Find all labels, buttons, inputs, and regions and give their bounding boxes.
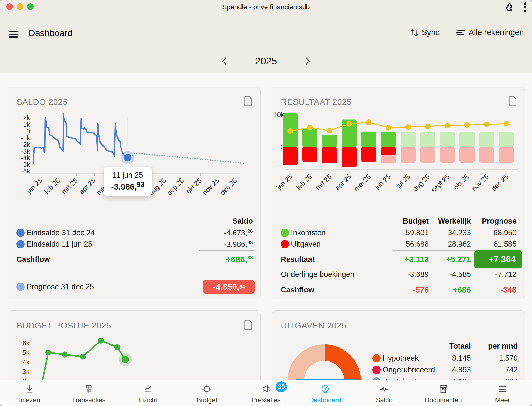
legend-value: 1.570 [272, 354, 518, 363]
svg-text:-2k: -2k [21, 141, 30, 148]
cashflow-label: Cashflow [16, 255, 50, 264]
archive-icon [438, 384, 449, 394]
svg-text:sept 25: sept 25 [430, 173, 451, 194]
svg-text:nov 25: nov 25 [470, 173, 490, 192]
svg-text:jan 25: jan 25 [25, 177, 44, 195]
nav-item-prestaties[interactable]: Prestaties30 [236, 380, 296, 406]
menu-icon [497, 384, 508, 394]
svg-text:2k: 2k [23, 114, 30, 122]
signpost-icon [83, 384, 94, 394]
uitgaven-card: UITGAVEN 2025 Totaalper mndHypotheek8.14… [272, 310, 525, 380]
target-icon [202, 384, 212, 394]
menu-hamburger-icon[interactable] [9, 30, 18, 38]
cashflow-value: +686,33 [226, 255, 253, 264]
svg-text:1k: 1k [23, 121, 30, 128]
svg-text:6k: 6k [22, 339, 30, 347]
resultaat-bar-chart: 10k0jan 25feb 25mrt 25apr 25mei 25jun 25… [272, 104, 525, 196]
budget-positie-line-chart: 6k5k4k3k2k [8, 328, 261, 380]
nav-item-documenten[interactable]: Documenten [414, 380, 473, 406]
sync-label: Sync [422, 28, 439, 37]
table-row-value: -3.986,93 [224, 240, 253, 249]
sync-arrows-icon [410, 28, 418, 37]
table-row-value: -4.673,26 [224, 228, 253, 237]
nav-label: Dashboard [309, 397, 341, 404]
svg-text:-3k: -3k [21, 148, 30, 155]
nav-label: Saldo [376, 397, 393, 404]
svg-text:aug 25: aug 25 [411, 173, 431, 193]
svg-text:feb 25: feb 25 [43, 177, 61, 195]
nav-item-transacties[interactable]: Transacties [59, 380, 118, 406]
bottom-navigation: InlezenTransactiesInzichtBudgetPrestatie… [0, 380, 532, 406]
saldo-column-header: Saldo [233, 217, 253, 226]
svg-text:dec 25: dec 25 [490, 173, 510, 192]
svg-text:okt 25: okt 25 [185, 177, 203, 195]
toolbar: Dashboard Sync Alle rekeningen [0, 26, 532, 42]
nav-label: Inzicht [138, 397, 157, 404]
prognose-dot [16, 283, 25, 291]
saldo-card: SALDO 2025 2k1k0-1k-2k-3k-4k-5k-6kjan 25… [8, 87, 261, 299]
legend-value: 742 [272, 366, 518, 374]
selected-data-point[interactable] [124, 154, 131, 161]
svg-text:-5k: -5k [21, 161, 30, 168]
nav-item-dashboard[interactable]: Dashboard [296, 380, 355, 406]
svg-text:mrt 25: mrt 25 [314, 173, 333, 192]
tooltip-date: 11 jun 25 [111, 171, 144, 180]
nav-label: Documenten [425, 397, 462, 404]
table-row-value: 68.950 [272, 228, 516, 237]
accounts-label: Alle rekeningen [469, 28, 524, 37]
svg-text:-1k: -1k [21, 134, 30, 142]
svg-text:5k: 5k [22, 349, 30, 356]
onderlinge-value: -7.712 [272, 270, 516, 279]
table-separator [199, 250, 254, 251]
sync-button[interactable]: Sync [410, 28, 439, 37]
svg-text:feb 25: feb 25 [295, 173, 313, 191]
cashflow-value: -348 [272, 285, 516, 295]
table-row: Eindsaldo 31 dec 24 [16, 228, 95, 237]
svg-text:jul 25: jul 25 [395, 173, 411, 190]
pulse-icon [379, 384, 390, 394]
nav-item-budget[interactable]: Budget [177, 380, 236, 406]
download-icon [24, 384, 35, 394]
nav-item-meer[interactable]: Meer [473, 380, 532, 406]
svg-text:apr 25: apr 25 [78, 177, 97, 195]
nav-item-inzicht[interactable]: Inzicht [118, 380, 177, 406]
column-header: Prognose [272, 217, 516, 226]
budget-positie-card: BUDGET POSITIE 2025 6k5k4k3k2k [8, 310, 261, 380]
resultaat-value: +7.364 [272, 254, 516, 265]
nav-item-inlezen[interactable]: Inlezen [0, 380, 59, 406]
svg-text:-4k: -4k [21, 154, 30, 162]
nav-label: Meer [495, 397, 510, 404]
table-row-value: 61.585 [272, 240, 516, 249]
gauge-icon [320, 384, 330, 394]
kebab-menu-icon[interactable] [524, 2, 527, 13]
extension-icon[interactable] [504, 2, 515, 12]
svg-text:apr 25: apr 25 [334, 173, 353, 192]
svg-text:3k: 3k [22, 368, 30, 375]
svg-text:dec 25: dec 25 [219, 177, 238, 196]
app-window: Spendle - prive financien.sdb Dashboard … [0, 0, 532, 406]
prognose-badge: -4.850,84 [203, 280, 255, 294]
notification-badge: 30 [276, 381, 287, 392]
column-header: per mnd [272, 342, 518, 351]
chart-tooltip: 11 jun 25 -3.986,93 [104, 167, 152, 196]
nav-label: Budget [196, 397, 217, 404]
year-navigator: 2025 [0, 52, 532, 70]
page-title: Dashboard [29, 28, 73, 38]
svg-text:2k: 2k [22, 377, 30, 380]
prognose-label: Prognose 31 dec 25 [16, 282, 94, 291]
svg-text:4k: 4k [22, 358, 30, 366]
series-dot [16, 229, 25, 237]
nav-label: Inlezen [19, 397, 40, 404]
active-tab-indicator [296, 379, 355, 380]
svg-text:-6k: -6k [21, 168, 30, 175]
svg-text:jun 25: jun 25 [373, 173, 392, 191]
accounts-filter-button[interactable]: Alle rekeningen [456, 28, 524, 37]
previous-year-button[interactable] [219, 56, 229, 66]
next-year-button[interactable] [303, 56, 313, 66]
tooltip-value: -3.986,93 [111, 180, 144, 192]
titlebar: Spendle - prive financien.sdb [0, 0, 532, 14]
nav-item-saldo[interactable]: Saldo [355, 380, 414, 406]
year-label: 2025 [251, 55, 281, 67]
series-dot [16, 240, 25, 248]
trend-icon [142, 384, 153, 394]
